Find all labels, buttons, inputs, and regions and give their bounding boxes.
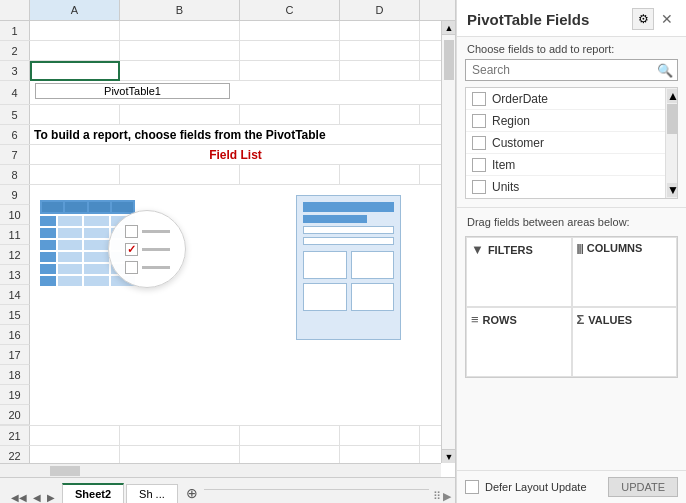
drop-area-filters[interactable]: ▼ FILTERS (466, 237, 572, 307)
cell-a3[interactable] (30, 61, 120, 81)
sheet-tab-sh[interactable]: Sh ... (126, 484, 178, 503)
defer-label: Defer Layout Update (485, 481, 608, 493)
resize-handle[interactable]: ⠿ (433, 490, 441, 503)
field-checkbox-item[interactable] (472, 158, 486, 172)
scroll-right-btn[interactable]: ▶ (443, 490, 451, 503)
table-row: 2 (0, 41, 441, 61)
illus-pivot-grid (303, 251, 394, 311)
row-nums-col: 9 10 11 12 13 14 15 16 17 18 19 (0, 185, 30, 425)
scroll-up-btn[interactable]: ▲ (442, 21, 455, 35)
illus-pivot-cell2 (351, 251, 395, 279)
tab-resize-area: ⠿ ▶ (429, 490, 455, 503)
table-row: 5 (0, 105, 441, 125)
scroll-thumb[interactable] (444, 40, 454, 80)
field-name-item: Item (492, 158, 515, 172)
cell-a1[interactable] (30, 21, 120, 41)
tab-nav-prev[interactable]: ◀ (30, 492, 44, 503)
pivot-table-label: PivotTable1 (35, 83, 230, 99)
tab-bar: ◀◀ ◀ ▶ Sheet2 Sh ... ⊕ ⠿ ▶ (0, 477, 455, 503)
close-button[interactable]: ✕ (658, 10, 676, 28)
table-row: 22 (0, 446, 441, 463)
pivot-instruction-row2: Field List (30, 145, 441, 165)
horizontal-scrollbar[interactable] (30, 463, 441, 477)
cell-a5[interactable] (30, 105, 120, 125)
cell-a8[interactable] (30, 165, 120, 185)
field-item-customer[interactable]: Customer (466, 132, 665, 154)
illus-line3 (142, 266, 170, 269)
pivot-label-container: PivotTable1 (30, 81, 441, 104)
cell-b5[interactable] (120, 105, 240, 125)
defer-checkbox[interactable] (465, 480, 479, 494)
search-input[interactable] (466, 60, 653, 80)
field-item-region[interactable]: Region (466, 110, 665, 132)
fields-scroll-thumb[interactable] (667, 104, 677, 134)
settings-button[interactable]: ⚙ (632, 8, 654, 30)
fields-scrollbar[interactable]: ▲ ▼ (665, 88, 677, 198)
sheet-tab-sheet2[interactable]: Sheet2 (62, 483, 124, 503)
col-header-c[interactable]: C (240, 0, 340, 20)
pivot-instruction-row: To build a report, choose fields from th… (30, 125, 441, 145)
pivot-panel: PivotTable Fields ⚙ ✕ Choose fields to a… (456, 0, 686, 503)
add-sheet-button[interactable]: ⊕ (180, 483, 204, 503)
tab-nav-next[interactable]: ▶ (44, 492, 58, 503)
app-container: A B C D 1 2 (0, 0, 686, 503)
tab-nav: ◀◀ ◀ ▶ (4, 492, 62, 503)
col-headers: A B C D (0, 0, 455, 21)
scroll-thumb-up[interactable]: ▲ (667, 89, 677, 103)
field-checkbox-units[interactable] (472, 180, 486, 194)
table-row: 8 (0, 165, 441, 185)
field-checkbox-region[interactable] (472, 114, 486, 128)
cell-c5[interactable] (240, 105, 340, 125)
cell-b3[interactable] (120, 61, 240, 81)
field-checkbox-customer[interactable] (472, 136, 486, 150)
field-item-item[interactable]: Item (466, 154, 665, 176)
cell-a2[interactable] (30, 41, 120, 61)
row-num-5: 5 (0, 105, 30, 124)
grid-main: 1 2 3 (0, 21, 455, 463)
cell-d1[interactable] (340, 21, 420, 41)
col-header-d[interactable]: D (340, 0, 420, 20)
tab-filler (204, 489, 429, 503)
filters-label: FILTERS (488, 244, 533, 256)
cell-b2[interactable] (120, 41, 240, 61)
drop-area-values[interactable]: Σ VALUES (572, 307, 678, 377)
field-item-orderdate[interactable]: OrderDate (466, 88, 665, 110)
row-num-1: 1 (0, 21, 30, 40)
table-row: 1 (0, 21, 441, 41)
columns-icon: ||| (577, 242, 583, 254)
tab-nav-first[interactable]: ◀◀ (8, 492, 30, 503)
cell-b1[interactable] (120, 21, 240, 41)
illus-cb-row2: ✓ (125, 243, 170, 256)
scroll-down-btn[interactable]: ▼ (442, 449, 455, 463)
illus-checkbox-empty1 (125, 225, 138, 238)
field-item-units[interactable]: Units (466, 176, 665, 198)
illus-pivot-header1 (303, 202, 394, 212)
row-num-8: 8 (0, 165, 30, 184)
bottom-scroll-area (0, 463, 455, 477)
drop-area-filters-header: ▼ FILTERS (471, 242, 567, 257)
panel-title: PivotTable Fields (467, 11, 589, 28)
col-header-b[interactable]: B (120, 0, 240, 20)
scroll-thumb-down[interactable]: ▼ (667, 183, 677, 197)
update-button[interactable]: UPDATE (608, 477, 678, 497)
cell-d3[interactable] (340, 61, 420, 81)
row-num-6: 6 (0, 125, 30, 144)
cell-c2[interactable] (240, 41, 340, 61)
grid: 1 2 3 (0, 21, 441, 463)
illustration-rows: 9 10 11 12 13 14 15 16 17 18 19 (0, 185, 441, 425)
rows-icon: ≡ (471, 312, 479, 327)
scroll-track[interactable] (442, 35, 455, 449)
table-row: 6 To build a report, choose fields from … (0, 125, 441, 145)
drop-area-values-header: Σ VALUES (577, 312, 673, 327)
field-checkbox-orderdate[interactable] (472, 92, 486, 106)
cell-c3[interactable] (240, 61, 340, 81)
drop-area-columns[interactable]: ||| COLUMNS (572, 237, 678, 307)
vertical-scrollbar[interactable]: ▲ ▼ (441, 21, 455, 463)
columns-label: COLUMNS (587, 242, 643, 254)
drop-area-rows[interactable]: ≡ ROWS (466, 307, 572, 377)
cell-d5[interactable] (340, 105, 420, 125)
h-scroll-thumb[interactable] (50, 466, 80, 476)
cell-d2[interactable] (340, 41, 420, 61)
col-header-a[interactable]: A (30, 0, 120, 20)
cell-c1[interactable] (240, 21, 340, 41)
